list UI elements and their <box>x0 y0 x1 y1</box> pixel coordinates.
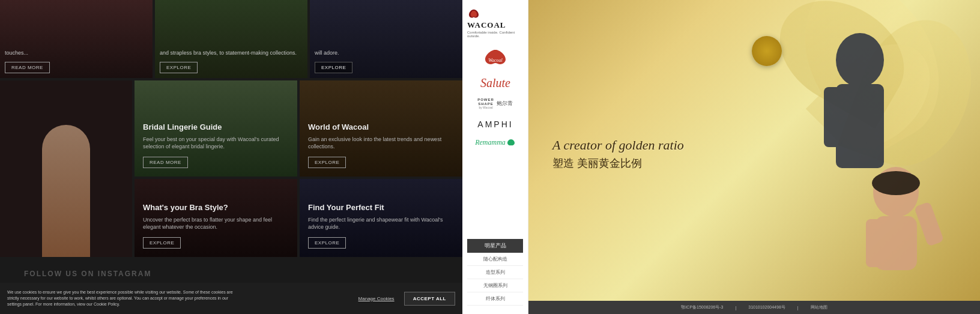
remamma-brand[interactable]: Remamma <box>475 138 515 147</box>
product-nav-item-2[interactable]: 造型系列 <box>467 266 523 279</box>
bra-style-cell: What's your Bra Style? Uncover the perfe… <box>135 179 297 257</box>
bottom-bar-icp-1: 鄂ICP备15008206号-3 <box>681 304 723 310</box>
right-sidebar: WACOAL Comfortable inside. Confident out… <box>462 0 528 314</box>
manage-cookies-button[interactable]: Manage Cookies <box>358 296 395 301</box>
product-nav-header: 明星产品 <box>467 239 523 253</box>
right-bottom-bar: 鄂ICP备15008206号-3 | 31010102004498号 | 网站地… <box>528 301 980 314</box>
flower-center-decoration <box>752 36 782 66</box>
wacoal-brand-name: WACOAL <box>467 20 506 30</box>
product-nav-item-3[interactable]: 无钢圈系列 <box>467 279 523 292</box>
svg-rect-10 <box>914 201 944 246</box>
svg-text:Wacoal: Wacoal <box>488 58 503 63</box>
product-nav: 明星产品 随心配构造 造型系列 无钢圈系列 纤体系列 <box>467 239 523 306</box>
top-card-3: will adore. EXPLORE <box>310 0 462 78</box>
perfect-fit-explore-button[interactable]: EXPLORE <box>308 237 346 249</box>
salute-brand[interactable]: Salute <box>471 74 519 91</box>
explore-button-2[interactable]: EXPLORE <box>315 62 352 73</box>
wacoal-logo-icon <box>467 8 480 19</box>
salute-logo-icon: Salute <box>471 74 519 91</box>
perfect-fit-cell: Find Your Perfect Fit Find the perfect l… <box>300 179 462 257</box>
explore-button-1[interactable]: EXPLORE <box>160 62 198 73</box>
product-nav-item-4[interactable]: 纤体系列 <box>467 292 523 306</box>
instagram-label: FOLLOW US ON INSTAGRAM <box>24 270 151 278</box>
hero-area: A creator of golden ratio 塑造 美丽黄金比例 鄂ICP… <box>528 0 980 314</box>
power-shape-chinese: 鲍尔青 <box>497 100 513 107</box>
top-cards-row: touches... READ MORE and strapless bra s… <box>0 0 462 78</box>
wacoal-red-logo-icon: Wacoal <box>480 49 510 67</box>
bridal-read-more-button[interactable]: READ MORE <box>143 157 188 168</box>
top-card-2-text: and strapless bra styles, to statement-m… <box>160 50 303 57</box>
bra-style-desc: Uncover the perfect bras to flatter your… <box>143 216 289 231</box>
svg-point-11 <box>872 171 920 195</box>
svg-point-3 <box>836 33 884 87</box>
top-card-1-text: touches... <box>5 50 148 57</box>
top-card-1: touches... READ MORE <box>0 0 153 78</box>
cookie-actions: Manage Cookies ACCEPT ALL <box>358 292 455 306</box>
world-cell: World of Wacoal Gain an exclusive look i… <box>300 80 462 177</box>
cookie-text: We use cookies to ensure we give you the… <box>7 289 235 307</box>
read-more-button[interactable]: READ MORE <box>5 62 50 73</box>
bra-style-explore-button[interactable]: EXPLORE <box>143 237 181 249</box>
bottom-bar-sitemap[interactable]: 网站地图 <box>811 304 827 310</box>
bottom-bar-separator-2: | <box>797 306 799 310</box>
world-explore-button[interactable]: EXPLORE <box>308 157 346 168</box>
content-grid: Bridal Lingerie Guide Feel your best on … <box>0 80 462 257</box>
svg-text:AMPHI: AMPHI <box>477 119 513 129</box>
svg-rect-6 <box>866 87 884 147</box>
top-card-2: and strapless bra styles, to statement-m… <box>155 0 307 78</box>
left-panel: touches... READ MORE and strapless bra s… <box>0 0 462 314</box>
svg-text:Salute: Salute <box>480 76 510 89</box>
bridal-desc: Feel your best on your special day with … <box>143 136 289 151</box>
wacoal-red-brand[interactable]: Wacoal <box>480 49 510 67</box>
bottom-bar-separator-1: | <box>735 306 736 310</box>
perfect-fit-title: Find Your Perfect Fit <box>308 203 454 213</box>
svg-rect-5 <box>824 87 842 147</box>
accept-all-button[interactable]: ACCEPT ALL <box>404 292 455 306</box>
top-card-3-text: will adore. <box>315 50 458 57</box>
product-nav-item-1[interactable]: 随心配构造 <box>467 253 523 266</box>
bridal-cell: Bridal Lingerie Guide Feel your best on … <box>135 80 297 177</box>
svg-rect-8 <box>875 216 917 270</box>
model-image-cell <box>0 80 132 257</box>
world-title: World of Wacoal <box>308 122 454 132</box>
world-desc: Gain an exclusive look into the latest t… <box>308 136 454 151</box>
right-panel: WACOAL Comfortable inside. Confident out… <box>462 0 980 314</box>
svg-rect-9 <box>866 219 881 267</box>
cookie-bar: We use cookies to ensure we give you the… <box>0 283 462 314</box>
wacoal-logo-area: WACOAL Comfortable inside. Confident out… <box>467 8 523 38</box>
amphi-brand[interactable]: AMPHI <box>471 116 519 131</box>
brand-list: Wacoal Salute POWER SHAPE by Wacoal 鲍尔青 <box>467 49 523 147</box>
bra-style-title: What's your Bra Style? <box>143 203 289 213</box>
hero-chinese-text: 塑造 美丽黄金比例 <box>552 156 684 171</box>
bridal-title: Bridal Lingerie Guide <box>143 122 289 132</box>
perfect-fit-desc: Find the perfect lingerie and shapewear … <box>308 216 454 231</box>
wacoal-tagline: Comfortable inside. Confident outside. <box>467 31 523 38</box>
hero-text-overlay: A creator of golden ratio 塑造 美丽黄金比例 <box>552 137 684 171</box>
amphi-logo-icon: AMPHI <box>471 116 519 131</box>
hero-image: A creator of golden ratio 塑造 美丽黄金比例 <box>528 0 980 314</box>
bottom-bar-icp-2: 31010102004498号 <box>748 304 785 310</box>
hero-italic-text: A creator of golden ratio <box>552 137 684 154</box>
power-shape-brand[interactable]: POWER SHAPE by Wacoal 鲍尔青 <box>477 98 513 109</box>
remamma-leaf-icon <box>507 138 515 146</box>
